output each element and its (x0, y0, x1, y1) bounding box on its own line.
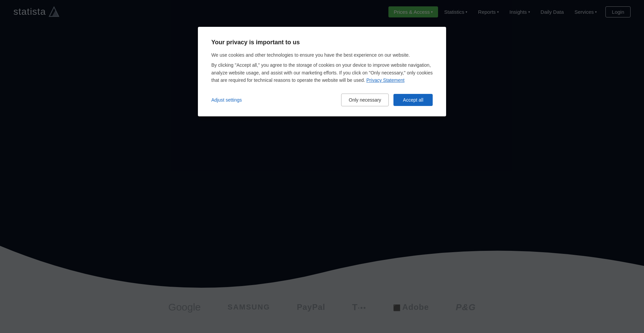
privacy-statement-link[interactable]: Privacy Statement (366, 77, 405, 83)
cookie-dialog: Your privacy is important to us We use c… (198, 27, 446, 116)
accept-all-button[interactable]: Accept all (393, 94, 433, 106)
cookie-overlay: Your privacy is important to us We use c… (0, 0, 644, 333)
cookie-title: Your privacy is important to us (211, 39, 433, 46)
cookie-body2: By clicking "Accept all," you agree to t… (211, 61, 433, 84)
cookie-body1: We use cookies and other technologies to… (211, 51, 433, 59)
cookie-actions: Adjust settings Only necessary Accept al… (211, 94, 433, 106)
adjust-settings-link[interactable]: Adjust settings (211, 97, 242, 103)
only-necessary-button[interactable]: Only necessary (341, 94, 389, 106)
page-wrapper: statista Prices & Access ▾ Statistics ▾ … (0, 0, 644, 333)
cookie-buttons: Only necessary Accept all (341, 94, 433, 106)
